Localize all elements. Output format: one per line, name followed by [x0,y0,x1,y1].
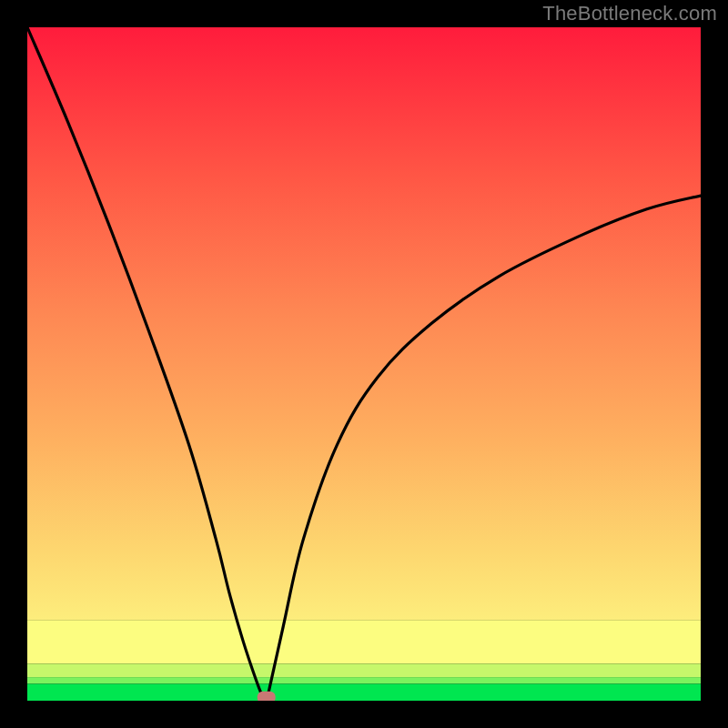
bg-gradient-upper [27,27,701,620]
chart-frame: TheBottleneck.com [0,0,728,728]
bg-band-green [27,684,701,702]
bg-band-lightgreen [27,677,701,683]
min-marker [258,692,276,701]
watermark-text: TheBottleneck.com [542,2,717,25]
bg-band-yellowgreen [27,663,701,677]
bg-band-paleyellow [27,620,701,663]
bottleneck-chart [27,27,701,701]
